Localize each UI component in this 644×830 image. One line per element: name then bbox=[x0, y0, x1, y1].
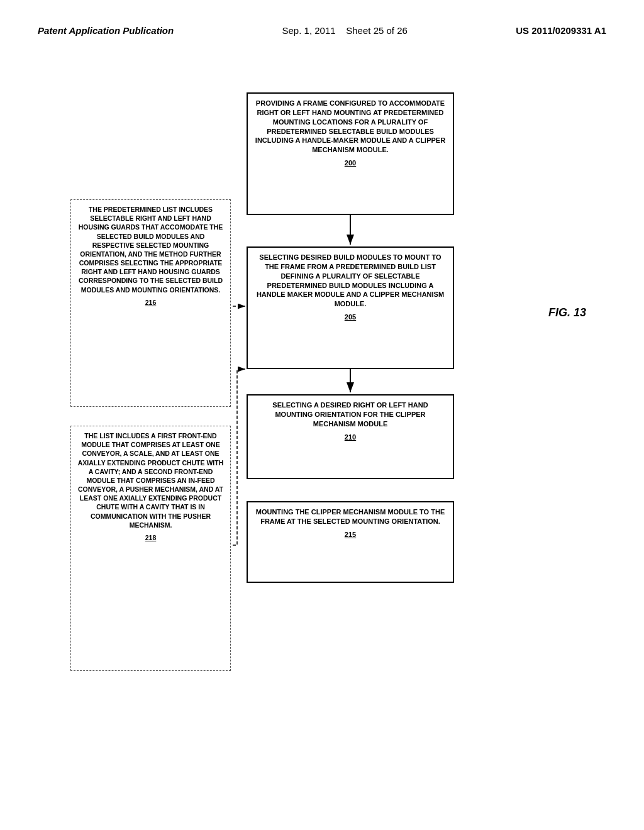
publication-label: Patent Application Publication bbox=[38, 25, 174, 36]
box-205-ref: 205 bbox=[254, 313, 447, 322]
date-sheet: Sep. 1, 2011 Sheet 25 of 26 bbox=[282, 25, 408, 36]
box-216-ref: 216 bbox=[77, 298, 224, 307]
box-215-ref: 215 bbox=[254, 530, 447, 540]
box-218-text: THE LIST INCLUDES A FIRST FRONT-END MODU… bbox=[77, 431, 224, 529]
box-200: PROVIDING A FRAME CONFIGURED TO ACCOMMOD… bbox=[247, 92, 454, 215]
figure-label: FIG. 13 bbox=[548, 306, 586, 319]
header: Patent Application Publication Sep. 1, 2… bbox=[38, 25, 606, 36]
patent-number: US 2011/0209331 A1 bbox=[516, 25, 606, 36]
box-215: MOUNTING THE CLIPPER MECHANISM MODULE TO… bbox=[247, 501, 454, 583]
page: Patent Application Publication Sep. 1, 2… bbox=[0, 0, 644, 830]
box-218: THE LIST INCLUDES A FIRST FRONT-END MODU… bbox=[70, 426, 231, 671]
date: Sep. 1, 2011 bbox=[282, 25, 336, 36]
box-210-text: SELECTING A DESIRED RIGHT OR LEFT HAND M… bbox=[254, 401, 447, 429]
box-216-text: THE PREDETERMINED LIST INCLUDES SELECTAB… bbox=[77, 205, 224, 294]
box-200-ref: 200 bbox=[254, 158, 447, 168]
sheet: Sheet 25 of 26 bbox=[346, 25, 408, 36]
diagram: PROVIDING A FRAME CONFIGURED TO ACCOMMOD… bbox=[52, 74, 592, 765]
box-216: THE PREDETERMINED LIST INCLUDES SELECTAB… bbox=[70, 199, 231, 407]
box-218-ref: 218 bbox=[77, 533, 224, 542]
box-210-ref: 210 bbox=[254, 433, 447, 442]
box-210: SELECTING A DESIRED RIGHT OR LEFT HAND M… bbox=[247, 394, 454, 479]
box-200-text: PROVIDING A FRAME CONFIGURED TO ACCOMMOD… bbox=[254, 99, 447, 155]
box-205: SELECTING DESIRED BUILD MODULES TO MOUNT… bbox=[247, 246, 454, 369]
box-215-text: MOUNTING THE CLIPPER MECHANISM MODULE TO… bbox=[254, 507, 447, 526]
box-205-text: SELECTING DESIRED BUILD MODULES TO MOUNT… bbox=[254, 253, 447, 309]
